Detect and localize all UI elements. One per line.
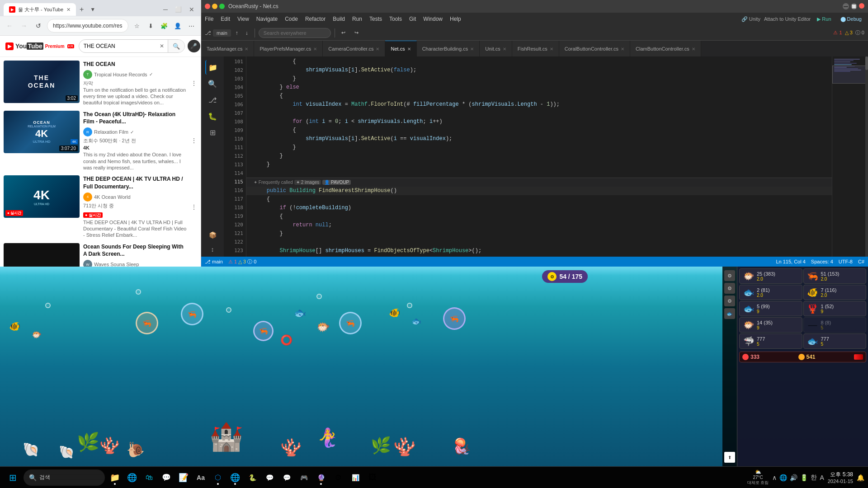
taskbar-app-settings[interactable]: ⚙: [330, 469, 346, 486]
tab-cameracontroller[interactable]: CameraController.cs ✕: [323, 41, 385, 56]
toolbar-redo[interactable]: ↪: [352, 29, 361, 37]
fish-slot-clownfish[interactable]: 🐡 25 (383) 2.0: [739, 268, 802, 284]
hint-line-115[interactable]: ✦ Frequently called ✦ 2 images 👤 PAVOUP: [246, 178, 832, 187]
tab-clam[interactable]: ClamButtonController.cs ✕: [630, 41, 701, 56]
menu-window[interactable]: Window: [423, 16, 443, 22]
taskbar-app-edge[interactable]: 🌐: [124, 469, 140, 486]
menu-file[interactable]: File: [205, 16, 213, 22]
tab-char-close[interactable]: ✕: [470, 47, 474, 52]
debug-btn[interactable]: ⬤ Debug: [838, 15, 864, 23]
editor-minimap[interactable]: [832, 56, 868, 257]
menu-tests[interactable]: Tests: [369, 16, 382, 22]
menu-refactor[interactable]: Refactor: [305, 16, 326, 22]
editor-win-close[interactable]: ─: [843, 3, 849, 9]
system-clock[interactable]: 오후 5:38 2024-01-15: [828, 471, 853, 484]
tab-fishresult[interactable]: FishResult.cs ✕: [512, 41, 559, 56]
editor-search-input[interactable]: [259, 28, 331, 38]
menu-git[interactable]: Git: [409, 16, 416, 22]
sidebar-git[interactable]: ⎇: [205, 93, 220, 107]
reload-btn[interactable]: ↺: [33, 20, 44, 32]
toolbar-undo[interactable]: ↩: [339, 29, 348, 37]
sidebar-debug[interactable]: 🐛: [205, 109, 220, 123]
fish-slot-blue[interactable]: 🐟 5 (99) 9: [739, 301, 802, 316]
yt-search-clear-btn[interactable]: ✕: [156, 43, 168, 49]
editor-code-area[interactable]: { shrimpVisuals[i].SetActive(false); } }…: [246, 56, 832, 257]
tab-coral-close[interactable]: ✕: [621, 47, 624, 52]
editor-win-restore[interactable]: ⬜: [851, 3, 857, 9]
fish-slot-fish1[interactable]: 🐟 2 (81) 2.0: [739, 285, 802, 300]
tab-characterbuilding[interactable]: CharacterBuilding.cs ✕: [417, 41, 480, 56]
tab-unit-close[interactable]: ✕: [503, 47, 506, 52]
taskbar-app-excel[interactable]: 📊: [347, 469, 363, 486]
yt-search-input[interactable]: [79, 43, 156, 49]
fish-slot-arrow[interactable]: 🐟 777 5: [803, 333, 867, 349]
git-pull-btn[interactable]: ↓: [243, 29, 251, 37]
tab-coral[interactable]: CoralButtonController.cs ✕: [559, 41, 630, 56]
editor-max-btn[interactable]: [219, 4, 225, 9]
game-tool-1[interactable]: ⚙: [724, 270, 735, 281]
tab-more-button[interactable]: ▼: [87, 5, 98, 14]
sys-icon-volume[interactable]: 🔊: [790, 474, 797, 481]
tab-net[interactable]: Net.cs ✕: [385, 41, 416, 56]
bookmark-btn[interactable]: ☆: [131, 20, 143, 32]
tab-fish-close[interactable]: ✕: [550, 47, 553, 52]
start-button[interactable]: ⊞: [4, 469, 22, 487]
run-btn[interactable]: ▶ Run: [814, 15, 834, 23]
git-branch-label[interactable]: main: [213, 29, 231, 37]
taskbar-app-unity[interactable]: 🔮: [313, 469, 329, 486]
video-item-2[interactable]: OCEAN RELAXATION FILM 4K ULTRA HD 3:07:2…: [4, 111, 197, 171]
new-tab-button[interactable]: +: [77, 5, 86, 14]
notification-center[interactable]: 🔔: [857, 474, 864, 482]
game-tool-4[interactable]: 🐟: [724, 308, 735, 319]
menu-help[interactable]: Help: [450, 16, 461, 22]
tab-unit[interactable]: Unit.cs ✕: [480, 41, 512, 56]
fish-slot-shark[interactable]: 🦈 777 5: [739, 333, 802, 349]
editor-min-btn[interactable]: [212, 4, 217, 9]
fish-slot-shrimp1[interactable]: 🦐 51 (153) 2.0: [803, 268, 867, 284]
tab-taskmanager-close[interactable]: ✕: [245, 47, 248, 52]
taskbar-app-steam[interactable]: 🎮: [296, 469, 312, 486]
menu-edit[interactable]: Edit: [221, 16, 230, 22]
minimap-scrollbar-thumb[interactable]: [865, 56, 868, 70]
yt-mic-btn[interactable]: 🎤: [188, 40, 200, 52]
menu-build[interactable]: Build: [333, 16, 345, 22]
attach-unity[interactable]: Attach to Unity Editor: [764, 16, 811, 22]
taskbar-app-explorer[interactable]: 📁: [107, 469, 123, 486]
extension-btn[interactable]: 🧩: [158, 20, 170, 32]
game-tool-3[interactable]: ⚙: [724, 296, 735, 306]
video-more-4[interactable]: ⋮: [191, 243, 197, 267]
video-more-2[interactable]: ⋮: [191, 111, 197, 171]
tab-playerprefs[interactable]: PlayerPrefsManager.cs ✕: [254, 41, 323, 56]
taskbar-app-pycharm[interactable]: 🐍: [244, 469, 260, 486]
sidebar-pull-requests[interactable]: ↕: [205, 242, 220, 257]
sidebar-commit[interactable]: 📦: [205, 228, 220, 242]
sidebar-search[interactable]: 🔍: [205, 76, 220, 91]
close-window-btn[interactable]: ✕: [186, 5, 197, 14]
taskbar-app-discord[interactable]: 💬: [278, 469, 295, 486]
taskbar-app-notepad[interactable]: 📝: [175, 469, 192, 486]
video-more-3[interactable]: ⋮: [191, 175, 197, 238]
sys-icon-lang[interactable]: A: [820, 474, 824, 481]
profile-btn[interactable]: 👤: [172, 20, 184, 32]
tab-taskmanager[interactable]: TaskManager.cs ✕: [201, 41, 254, 56]
tab-clam-close[interactable]: ✕: [692, 47, 695, 52]
status-git[interactable]: ⎇ main: [205, 259, 223, 265]
yt-search-bar[interactable]: ✕ 🔍: [79, 39, 185, 53]
status-line-col[interactable]: Ln 115, Col 4: [776, 259, 805, 264]
taskbar-app-vscode[interactable]: ⬡: [210, 469, 226, 486]
back-btn[interactable]: ←: [4, 20, 15, 32]
unity-link[interactable]: 🔗 Unity: [741, 16, 760, 22]
fish-slot-empty[interactable]: — 8 (8) 5: [803, 317, 867, 333]
taskbar-app-font[interactable]: Aa: [193, 469, 209, 486]
menu-tools[interactable]: Tools: [389, 16, 402, 22]
sidebar-extensions[interactable]: ⊞: [205, 125, 220, 140]
sys-icon-chevron[interactable]: ∧: [772, 474, 777, 481]
menu-code[interactable]: Code: [285, 16, 298, 22]
fish-slot-lobster[interactable]: 🦞 1 (52) 9: [803, 301, 867, 316]
git-push-btn[interactable]: ↑: [233, 29, 241, 37]
video-more-1[interactable]: ⋮: [191, 61, 197, 106]
settings-btn[interactable]: ⋯: [185, 20, 197, 32]
sys-icon-keyboard[interactable]: 한: [811, 474, 817, 482]
taskbar-app-slack[interactable]: 💬: [261, 469, 278, 486]
video-item-4[interactable]: 24:00:01 Ocean Sounds For Deep Sleeping …: [4, 243, 197, 267]
